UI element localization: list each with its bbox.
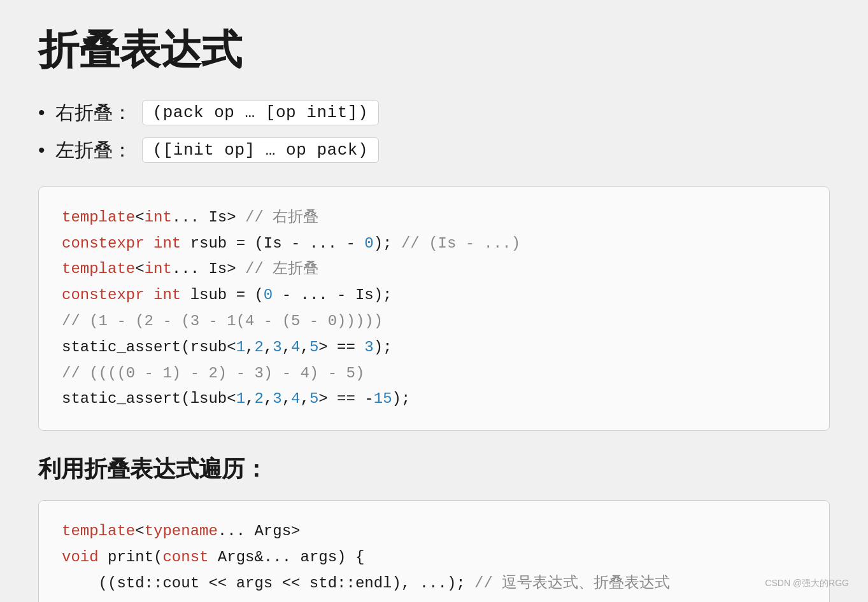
code-line: static_assert(rsub<1,2,3,4,5> == 3);: [62, 335, 806, 361]
section-subtitle: 利用折叠表达式遍历：: [38, 454, 830, 485]
right-fold-syntax: (pack op … [op init]): [142, 100, 380, 125]
left-fold-syntax: ([init op] … op pack): [142, 137, 380, 163]
page-title: 折叠表达式: [38, 25, 830, 74]
code-line: ((std::cout << args << std::endl), ...);…: [62, 571, 806, 597]
watermark: CSDN @强大的RGG: [765, 578, 849, 589]
code-line: // (1 - (2 - (3 - 1(4 - (5 - 0))))): [62, 309, 806, 335]
code-line: template<int... Is> // 右折叠: [62, 205, 806, 231]
bullet-item-right-fold: • 右折叠： (pack op … [op init]): [38, 100, 830, 126]
code-line: template<int... Is> // 左折叠: [62, 256, 806, 283]
code-line: template<typename... Args>: [62, 519, 806, 545]
bullet-dot-2: •: [38, 139, 45, 161]
bullet-list: • 右折叠： (pack op … [op init]) • 左折叠： ([in…: [38, 100, 830, 164]
code-line: static_assert(lsub<1,2,3,4,5> == -15);: [62, 386, 806, 412]
code-line: }: [62, 597, 806, 602]
bullet-label-right: 右折叠：: [55, 100, 132, 126]
code-block-fold-example: template<int... Is> // 右折叠constexpr int …: [38, 186, 830, 431]
code-line: constexpr int lsub = (0 - ... - Is);: [62, 283, 806, 309]
code-line: // ((((0 - 1) - 2) - 3) - 4) - 5): [62, 361, 806, 387]
code-block-traverse-example: template<typename... Args>void print(con…: [38, 500, 830, 602]
bullet-dot-1: •: [38, 102, 45, 123]
code-line: constexpr int rsub = (Is - ... - 0); // …: [62, 231, 806, 257]
code-line: void print(const Args&... args) {: [62, 545, 806, 571]
bullet-label-left: 左折叠：: [55, 137, 132, 164]
bullet-item-left-fold: • 左折叠： ([init op] … op pack): [38, 137, 830, 164]
